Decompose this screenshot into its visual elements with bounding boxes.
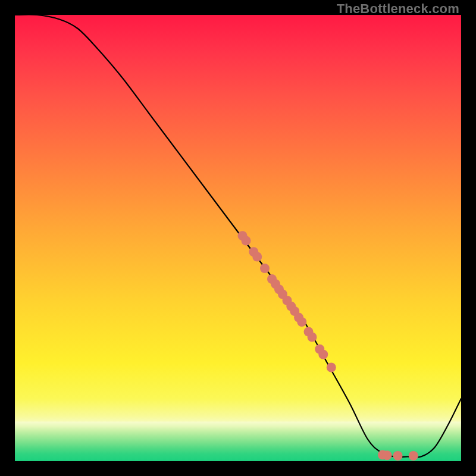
- data-point: [318, 350, 328, 359]
- chart-svg: [15, 15, 461, 461]
- data-point: [308, 333, 317, 342]
- stage: TheBottleneck.com: [0, 0, 476, 476]
- chart-scatter: [238, 231, 418, 461]
- data-point: [252, 252, 262, 262]
- data-point: [393, 451, 403, 461]
- data-point: [242, 236, 251, 246]
- data-point: [297, 317, 306, 327]
- data-point: [260, 264, 270, 273]
- data-point: [327, 363, 336, 372]
- data-point: [383, 450, 392, 460]
- chart-area: [15, 15, 461, 461]
- data-point: [409, 451, 418, 461]
